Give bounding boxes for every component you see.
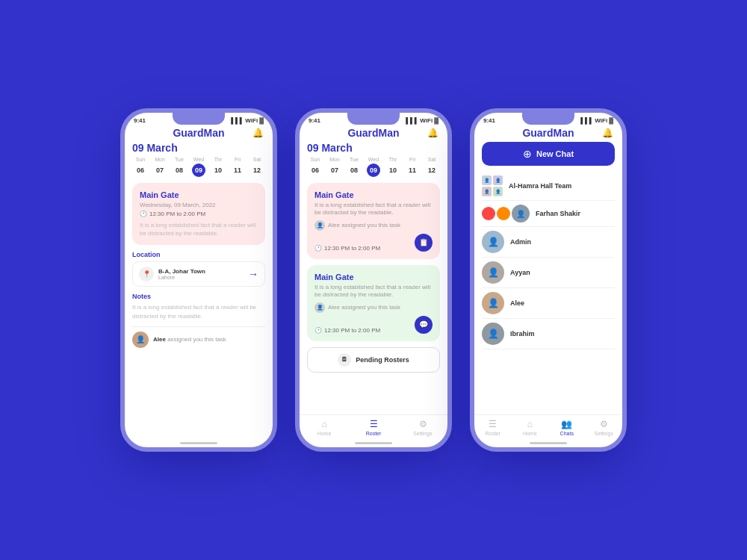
cal2-tue[interactable]: Tue 08 bbox=[346, 157, 362, 177]
cal2-sat[interactable]: Sat 12 bbox=[424, 157, 440, 177]
chat-item-admin[interactable]: 👤 Admin bbox=[482, 227, 615, 258]
time-3: 9:41 bbox=[483, 117, 495, 124]
status-icons-3: ▌▌▌ WiFi ▓ bbox=[580, 117, 613, 124]
chat-name-ibrahim: Ibrahim bbox=[510, 330, 535, 337]
farhan-indicators: 👤 bbox=[482, 205, 530, 223]
wifi-icon-2: WiFi bbox=[420, 117, 433, 124]
task-date-1: Wednesday, 09 March, 2022 bbox=[140, 202, 258, 208]
avatar-alee-chat: 👤 bbox=[482, 292, 504, 314]
assigned-p2-1: 👤 Alee assigned you this task bbox=[314, 220, 433, 231]
nav-roster-2[interactable]: ☰ Roster bbox=[349, 419, 398, 436]
location-card[interactable]: 📍 B-A, Johar Town Lahore → bbox=[132, 261, 265, 287]
city-text: Lahore bbox=[158, 275, 205, 280]
notch-2 bbox=[347, 113, 400, 125]
calendar-1: Sun 06 Mon 07 Tue 08 Wed 09 Thr 10 Fri 1… bbox=[132, 157, 265, 177]
task-card-main-gate: Main Gate Wednesday, 09 March, 2022 🕐 12… bbox=[132, 183, 265, 245]
nav-settings-2[interactable]: ⚙ Settings bbox=[398, 419, 447, 436]
app-title-2: GuardMan bbox=[347, 127, 399, 139]
task-time-1: 🕐 12:30 PM to 2:00 PM bbox=[140, 211, 258, 217]
chat-item-farhan[interactable]: 👤 Farhan Shakir bbox=[482, 201, 615, 227]
avatar-alee: 👤 bbox=[132, 332, 149, 348]
bell-icon-2[interactable]: 🔔 bbox=[427, 128, 438, 138]
chat-item-alhamra[interactable]: 👤 👤 👤 👤 Al-Hamra Hall Team bbox=[482, 172, 615, 201]
date-heading-1: 09 March bbox=[132, 142, 265, 154]
pending-rosters-btn[interactable]: 🗓 Pending Rosters bbox=[307, 347, 440, 373]
group-avatar-alhamra: 👤 👤 👤 👤 bbox=[482, 175, 503, 196]
cal-fri[interactable]: Fri 11 bbox=[229, 157, 246, 177]
battery-icon-3: ▓ bbox=[609, 117, 613, 124]
nav-settings-3[interactable]: ⚙ Settings bbox=[586, 419, 623, 436]
notch-3 bbox=[522, 113, 574, 125]
avatar-admin: 👤 bbox=[482, 231, 504, 253]
chat-item-alee[interactable]: 👤 Alee bbox=[482, 288, 615, 319]
battery-icon: ▓ bbox=[259, 117, 264, 124]
wifi-icon-3: WiFi bbox=[595, 117, 607, 124]
date-heading-2: 09 March bbox=[307, 142, 440, 154]
phone1-content: 09 March Sun 06 Mon 07 Tue 08 Wed 09 Thr… bbox=[125, 142, 273, 442]
clock-icon-p2-2: 🕐 bbox=[314, 327, 322, 334]
wifi-icon: WiFi bbox=[245, 117, 258, 124]
phone-3: 9:41 ▌▌▌ WiFi ▓ GuardMan 🔔 ⊕ New Chat 👤 … bbox=[470, 108, 627, 452]
settings-icon-3: ⚙ bbox=[600, 419, 608, 429]
chat-item-ayyan[interactable]: 👤 Ayyan bbox=[482, 258, 615, 288]
nav-home-3[interactable]: ⌂ Home bbox=[512, 419, 549, 436]
cal2-wed[interactable]: Wed 09 bbox=[365, 157, 382, 177]
bell-icon-1[interactable]: 🔔 bbox=[252, 128, 264, 138]
settings-icon-2: ⚙ bbox=[419, 419, 427, 429]
task-row-p2-1: 🕐 12:30 PM to 2:00 PM 📋 bbox=[314, 234, 433, 252]
task-card-p2-1: Main Gate It is a long established fact … bbox=[307, 183, 440, 259]
location-section: Location 📍 B-A, Johar Town Lahore → bbox=[132, 251, 265, 287]
nav-home-2[interactable]: ⌂ Home bbox=[300, 419, 349, 436]
notes-section: Notes It is a long established fact that… bbox=[132, 293, 265, 320]
cal2-sun[interactable]: Sun 06 bbox=[307, 157, 323, 177]
group-av-1: 👤 bbox=[482, 175, 492, 185]
avatar-ibrahim: 👤 bbox=[482, 323, 504, 345]
cal-tue[interactable]: Tue 08 bbox=[171, 157, 187, 177]
home-label-3: Home bbox=[523, 431, 537, 436]
home-label-2: Home bbox=[317, 431, 332, 436]
orange-dot bbox=[497, 207, 510, 220]
task-action-btn-2[interactable]: 💬 bbox=[415, 316, 433, 334]
new-chat-button[interactable]: ⊕ New Chat bbox=[482, 142, 615, 166]
app-header-1: GuardMan 🔔 bbox=[125, 124, 273, 142]
phone2-content: 09 March Sun 06 Mon 07 Tue 08 Wed 09 Thr… bbox=[300, 142, 447, 414]
home-icon-3: ⌂ bbox=[527, 419, 533, 429]
roster-label-2: Roster bbox=[366, 431, 382, 436]
task-card-p2-2: Main Gate It is a long established fact … bbox=[307, 265, 440, 341]
nav-chats-3[interactable]: 👥 Chats bbox=[548, 419, 586, 436]
phone-2: 9:41 ▌▌▌ WiFi ▓ GuardMan 🔔 09 March Sun … bbox=[295, 108, 452, 452]
chat-name-alee: Alee bbox=[510, 299, 524, 307]
cal2-thr[interactable]: Thr 10 bbox=[385, 157, 401, 177]
task-desc-1: It is a long established fact that a rea… bbox=[140, 221, 258, 237]
time-p2-2: 🕐 12:30 PM to 2:00 PM bbox=[314, 327, 380, 334]
settings-label-3: Settings bbox=[595, 431, 613, 436]
cal-sun[interactable]: Sun 06 bbox=[132, 157, 149, 177]
cal2-fri[interactable]: Fri 11 bbox=[404, 157, 421, 177]
chat-item-ibrahim[interactable]: 👤 Ibrahim bbox=[482, 319, 615, 349]
bottom-nav-2: ⌂ Home ☰ Roster ⚙ Settings bbox=[300, 414, 447, 442]
chat-name-alhamra: Al-Hamra Hall Team bbox=[509, 182, 571, 190]
app-header-2: GuardMan 🔔 bbox=[300, 124, 447, 142]
cal-wed[interactable]: Wed 09 bbox=[190, 157, 207, 177]
roster-icon-3: ☰ bbox=[489, 419, 497, 429]
notes-text: It is a long established fact that a rea… bbox=[132, 303, 265, 320]
cal-sat[interactable]: Sat 12 bbox=[249, 157, 265, 177]
group-av-3: 👤 bbox=[482, 187, 492, 196]
notch-1 bbox=[173, 113, 225, 125]
cal-thr[interactable]: Thr 10 bbox=[210, 157, 226, 177]
roster-icon-2: ☰ bbox=[370, 419, 378, 429]
cal-mon[interactable]: Mon 07 bbox=[152, 157, 168, 177]
task-action-btn-1[interactable]: 📋 bbox=[415, 234, 433, 252]
nav-roster-3[interactable]: ☰ Roster bbox=[474, 419, 512, 436]
avatar-farhan: 👤 bbox=[512, 205, 530, 223]
assigned-p2-2: 👤 Alee assigned you this task bbox=[314, 302, 433, 313]
home-indicator-2 bbox=[355, 442, 392, 444]
status-icons-1: ▌▌▌ WiFi ▓ bbox=[231, 117, 264, 124]
chat-name-farhan: Farhan Shakir bbox=[536, 210, 580, 217]
cal2-mon[interactable]: Mon 07 bbox=[326, 157, 343, 177]
app-title-3: GuardMan bbox=[522, 127, 574, 139]
home-icon-2: ⌂ bbox=[321, 419, 326, 429]
bottom-nav-3: ☰ Roster ⌂ Home 👥 Chats ⚙ Settings bbox=[474, 414, 622, 442]
clock-icon-1: 🕐 bbox=[140, 211, 147, 217]
bell-icon-3[interactable]: 🔔 bbox=[602, 128, 613, 138]
